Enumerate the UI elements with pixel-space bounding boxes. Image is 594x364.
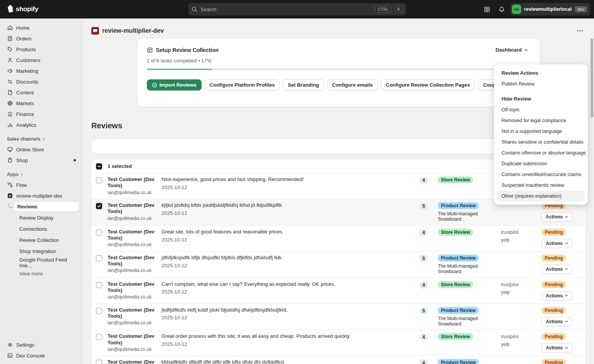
button-label: Configure Platform Profiles [210, 82, 275, 88]
row-actions-button[interactable]: Actions [542, 265, 572, 274]
app-menu-item-connections[interactable]: Connections [4, 223, 79, 235]
settings-icon [7, 342, 13, 348]
scrollbar-thumb[interactable] [591, 39, 593, 117]
row-checkbox[interactable] [96, 360, 102, 364]
row-checkbox[interactable] [96, 282, 102, 288]
sidebar-item-settings[interactable]: Settings [4, 339, 79, 350]
button-label: Import Reviews [160, 82, 197, 88]
notifications-bell-icon[interactable] [496, 3, 508, 15]
review-type-badge: Product Review [438, 255, 479, 262]
sidebar-item-finance[interactable]: Finance [4, 109, 79, 119]
row-actions-button[interactable]: Actions [542, 343, 572, 352]
app-menu-item-reviews[interactable]: Reviews [4, 201, 79, 212]
sidebar-item-products[interactable]: Products [4, 44, 79, 55]
row-checkbox[interactable] [96, 230, 102, 236]
row-checkbox[interactable] [96, 334, 102, 340]
menu-item-not-in-a-supported-language[interactable]: Not in a supported language [497, 126, 585, 137]
status-badge: Pending [542, 333, 566, 340]
source-tag-yelp: yelp [501, 290, 535, 295]
sidebar-item-orders[interactable]: Orders [4, 33, 79, 44]
setup-guide-icon [147, 47, 153, 53]
search-input[interactable] [200, 7, 372, 12]
button-label: Configure Review Collection Pages [386, 82, 470, 88]
review-type-badge: Product Review [438, 307, 479, 314]
topbar: shopify CTRL K rev reviewmultiplierlocal… [0, 0, 594, 18]
shopify-logo[interactable]: shopify [6, 5, 38, 14]
configure-emails-button[interactable]: Configure emails [327, 79, 378, 91]
row-actions-button[interactable]: Actions [542, 239, 572, 248]
sidebar-item-label: Content [16, 90, 34, 96]
app-menu-item-view-more[interactable]: View more [4, 268, 79, 279]
row-actions-button[interactable]: Actions [542, 291, 572, 300]
dashboard-label: Dashboard [496, 47, 522, 53]
apps-header[interactable]: Apps [4, 169, 79, 179]
import-reviews-button[interactable]: Import Reviews [147, 79, 202, 91]
review-text: Great order process with this site, it w… [162, 333, 410, 340]
sidebar-item-review-multiplier-dev[interactable]: review-multiplier-dev [4, 190, 79, 201]
app-menu-item-review-display[interactable]: Review Display [4, 212, 79, 223]
sidebar-item-markets[interactable]: Markets [4, 98, 79, 109]
row-actions-button[interactable]: Actions [542, 212, 572, 221]
row-actions-button[interactable]: Actions [542, 317, 572, 326]
account-menu[interactable]: rev reviewmultiplierlocal dev [510, 3, 590, 15]
row-checkbox[interactable] [96, 308, 102, 314]
global-search[interactable]: CTRL K [188, 3, 406, 15]
app-menu-item-label: Connections [16, 224, 79, 234]
apps-icon[interactable] [481, 3, 493, 15]
menu-item-shares-sensitive-or-confidential-details[interactable]: Shares sensitive or confidential details [497, 137, 585, 148]
menu-item-removed-for-legal-compliance[interactable]: Removed for legal compliance [497, 115, 585, 126]
status-badge: Pending [542, 229, 566, 236]
rating-badge: 5 [420, 255, 428, 262]
sidebar-item-content[interactable]: Content [4, 87, 79, 98]
menu-item-publish-review[interactable]: Publish Review [497, 79, 585, 89]
notification-dot [74, 159, 76, 161]
shortcut-ctrl-key: CTRL [375, 6, 392, 13]
app-menu-item-review-collection[interactable]: Review Collection [4, 235, 79, 246]
review-date: 2025-10-12 [162, 289, 410, 295]
row-checkbox[interactable] [96, 203, 102, 209]
page-title: review-multiplier-dev [102, 27, 164, 34]
more-actions-button[interactable] [575, 25, 586, 36]
menu-item-contains-unverified-inaccurate-claims[interactable]: Contains unverified/inaccurate claims [497, 169, 585, 180]
marketing-icon [7, 68, 13, 74]
sidebar-item-marketing[interactable]: Marketing [4, 65, 79, 76]
check-circle-icon [152, 82, 157, 88]
sidebar-item-flow[interactable]: Flow [4, 179, 79, 190]
app-menu-item-label: Google Product Feed Inte... [16, 255, 79, 270]
setup-title: Setup Review Collection [156, 47, 219, 53]
rating-badge: 4 [420, 229, 428, 236]
status-badge: Pending [542, 255, 566, 262]
sidebar-item-customers[interactable]: Customers [4, 55, 79, 65]
set-branding-button[interactable]: Set Branding [283, 79, 324, 91]
customer-name: Test Customer (Dev Tools) [108, 333, 156, 346]
chevron-down-icon [565, 320, 568, 323]
menu-item-off-topic[interactable]: Off-topic [497, 104, 585, 115]
menu-item-other-requires-explanation[interactable]: Other (requires explanation) [497, 191, 585, 201]
source-tag-yelp: yelp [501, 342, 535, 347]
menu-item-contains-offensive-or-abusive-language[interactable]: Contains offensive or abusive language [497, 148, 585, 158]
sidebar-item-analytics[interactable]: Analytics [4, 119, 79, 130]
actions-label: Actions [546, 319, 563, 324]
review-text: Great site, lots of good features and re… [162, 229, 410, 235]
select-all-checkbox[interactable] [96, 163, 102, 169]
app-menu-item-google-product-feed-inte[interactable]: Google Product Feed Inte... [4, 257, 79, 268]
sidebar-item-discounts[interactable]: Discounts [4, 76, 79, 87]
menu-item-suspected-inauthentic-review[interactable]: Suspected inauthentic review [497, 180, 585, 191]
configure-platform-profiles-button[interactable]: Configure Platform Profiles [205, 79, 280, 91]
sidebar-item-dev-console[interactable]: Dev Console [4, 350, 79, 361]
sidebar-item-home[interactable]: Home [4, 22, 79, 33]
sidebar-item-online-store[interactable]: Online Store [4, 144, 79, 155]
configure-review-collection-pages-button[interactable]: Configure Review Collection Pages [381, 79, 475, 91]
sidebar-item-label: Shop [16, 158, 28, 163]
finance-icon [7, 111, 13, 117]
row-checkbox[interactable] [96, 177, 102, 183]
review-type-badge: Store Review [438, 229, 473, 236]
customer-email: ian@quillmedia.co.uk [108, 320, 156, 325]
row-checkbox[interactable] [96, 255, 102, 262]
setup-guide-card: Setup Review Collection Dashboard 1 of 6… [138, 39, 540, 107]
sales-channels-header[interactable]: Sales channels [4, 134, 79, 144]
menu-item-duplicate-submission[interactable]: Duplicate submission [497, 158, 585, 169]
sidebar-item-shop[interactable]: Shop [4, 155, 79, 166]
search-icon [191, 6, 197, 12]
dashboard-toggle[interactable]: Dashboard [493, 45, 530, 54]
